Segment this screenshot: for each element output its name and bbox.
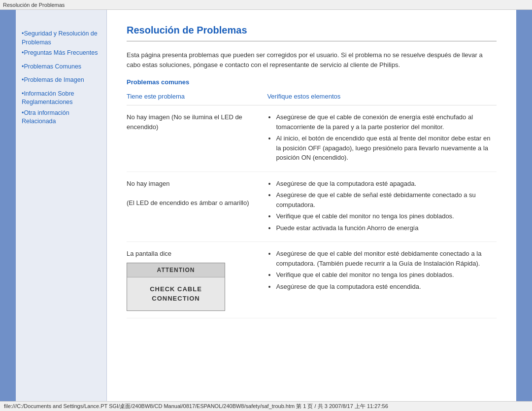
problem-text-3: La pantalla dice (127, 250, 171, 257)
problem-text-1: No hay imagen (No se ilumina el LED de e… (127, 113, 242, 131)
solution-item: Asegúrese de que el cable de señal esté … (276, 190, 492, 209)
solutions-cell-3: Asegúrese de que el cable del monitor es… (267, 242, 497, 318)
page-title: Resolución de Problemas (127, 25, 497, 36)
attention-header: ATTENTION (127, 263, 225, 277)
solution-item: Asegúrese de que el cable de conexión de… (276, 112, 492, 132)
problems-table: Tiene este problema Verifique estos elem… (127, 93, 497, 318)
solutions-cell-1: Asegúrese de que el cable de conexión de… (267, 105, 497, 172)
content-area: Resolución de Problemas Esta página pres… (107, 10, 516, 401)
title-bar: Resolución de Problemas (0, 0, 532, 10)
intro-text: Esta página presenta problemas que puede… (127, 50, 497, 69)
title-divider (127, 41, 497, 41)
sidebar-link-comunes[interactable]: •Problemas Comunes (22, 63, 100, 71)
solutions-list-2: Asegúrese de que la computadora esté apa… (267, 179, 492, 233)
main-wrapper: •Seguridad y Resolución de Problemas •Pr… (0, 10, 532, 401)
attention-body: CHECK CABLE CONNECTION (127, 277, 225, 310)
sidebar-link-preguntas[interactable]: •Preguntas Más Frecuentes (22, 49, 100, 58)
sidebar-link-otra[interactable]: •Otra información Relacionada (22, 109, 100, 126)
col-header-right: Verifique estos elementos (267, 93, 497, 105)
title-bar-text: Resolución de Problemas (3, 2, 65, 8)
solution-item: Al inicio, el botón de encendido que est… (276, 134, 492, 163)
solution-item: Puede estar activada la función Ahorro d… (276, 223, 492, 233)
solutions-list-1: Asegúrese de que el cable de conexión de… (267, 112, 492, 163)
problem-text-2b: (El LED de encendido es ámbar o amarillo… (127, 199, 249, 206)
sidebar-group-4: •Información Sobre Reglamentaciones •Otr… (22, 90, 100, 126)
status-bar-text: file:///C:/Documents and Settings/Lance.… (4, 403, 388, 410)
col-header-left: Tiene este problema (127, 93, 267, 105)
table-row: No hay imagen (No se ilumina el LED de e… (127, 105, 497, 172)
sidebar-link-imagen[interactable]: •Problemas de Imagen (22, 76, 100, 85)
problem-cell-1: No hay imagen (No se ilumina el LED de e… (127, 105, 267, 172)
solution-item: Asegúrese de que el cable del monitor es… (276, 249, 492, 268)
solution-item: Verifique que el cable del monitor no te… (276, 211, 492, 221)
sidebar-group-3: •Problemas de Imagen (22, 76, 100, 85)
problem-text-2a: No hay imagen (127, 180, 169, 187)
attention-box: ATTENTION CHECK CABLE CONNECTION (127, 263, 225, 311)
problem-cell-2: No hay imagen (El LED de encendido es ám… (127, 171, 267, 242)
sidebar-group-1: •Seguridad y Resolución de Problemas •Pr… (22, 30, 100, 58)
right-blue-bar (516, 10, 532, 401)
solutions-list-3: Asegúrese de que el cable del monitor es… (267, 249, 492, 291)
sidebar-link-info[interactable]: •Información Sobre Reglamentaciones (22, 90, 100, 107)
problem-cell-3: La pantalla dice ATTENTION CHECK CABLE C… (127, 242, 267, 318)
table-row: No hay imagen (El LED de encendido es ám… (127, 171, 497, 242)
solution-item: Asegúrese de que la computadora esté enc… (276, 282, 492, 292)
solution-item: Verifique que el cable del monitor no te… (276, 270, 492, 280)
sidebar-group-2: •Problemas Comunes (22, 63, 100, 71)
solutions-cell-2: Asegúrese de que la computadora esté apa… (267, 171, 497, 242)
section-title: Problemas comunes (127, 78, 497, 86)
sidebar: •Seguridad y Resolución de Problemas •Pr… (16, 10, 107, 401)
status-bar: file:///C:/Documents and Settings/Lance.… (0, 401, 532, 411)
table-row: La pantalla dice ATTENTION CHECK CABLE C… (127, 242, 497, 318)
solution-item: Asegúrese de que la computadora esté apa… (276, 179, 492, 189)
left-blue-bar (0, 10, 16, 401)
sidebar-link-seguridad[interactable]: •Seguridad y Resolución de Problemas (22, 30, 100, 47)
